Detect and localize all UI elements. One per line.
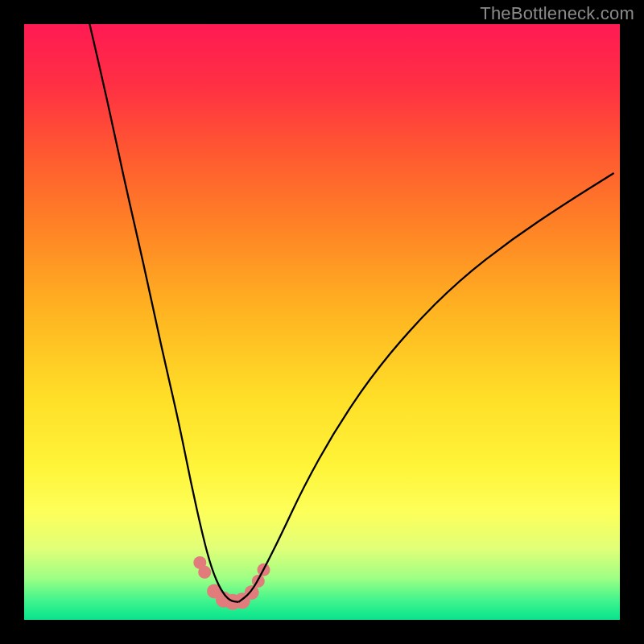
gradient-background <box>24 24 620 620</box>
plot-area <box>24 24 620 620</box>
watermark-text: TheBottleneck.com <box>480 3 634 24</box>
outer-frame: TheBottleneck.com <box>0 0 644 644</box>
trough-marker <box>198 566 211 579</box>
plot-svg <box>24 24 620 620</box>
